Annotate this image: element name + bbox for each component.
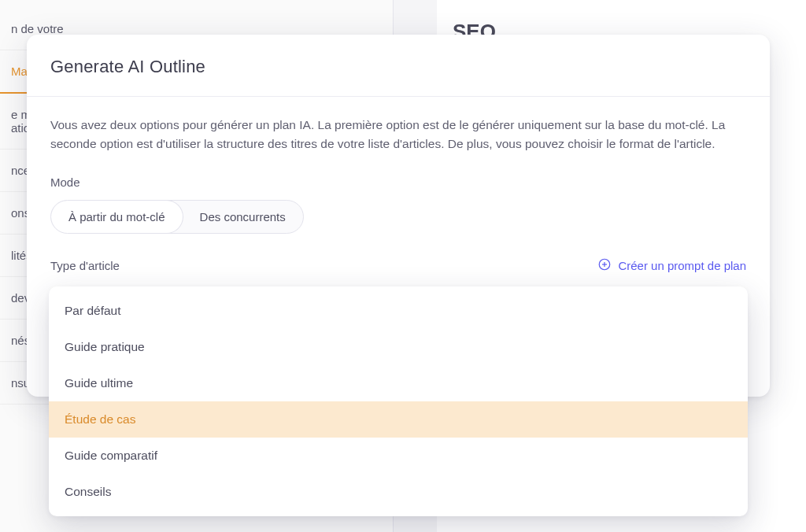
type-label: Type d'article [50,259,120,272]
article-type-option[interactable]: Étude de cas [49,401,748,438]
mode-option-competitors[interactable]: Des concurrents [183,201,303,233]
modal-title: Generate AI Outline [50,57,746,77]
mode-option-keyword[interactable]: À partir du mot-clé [51,201,183,233]
plus-circle-icon [597,257,612,274]
create-outline-prompt-link[interactable]: Créer un prompt de plan [597,257,746,274]
article-type-option[interactable]: Guide pratique [49,329,748,365]
mode-label: Mode [50,175,746,189]
modal-header: Generate AI Outline [27,35,770,97]
article-type-option[interactable]: Conseils [49,474,748,510]
article-type-dropdown: Par défautGuide pratiqueGuide ultimeÉtud… [49,286,748,516]
create-prompt-label: Créer un prompt de plan [618,259,746,272]
mode-segmented-control: À partir du mot-clé Des concurrents [50,200,304,234]
article-type-option[interactable]: Guide comparatif [49,438,748,474]
modal-description: Vous avez deux options pour générer un p… [50,116,746,153]
modal-body: Vous avez deux options pour générer un p… [27,97,770,296]
article-type-option[interactable]: Guide ultime [49,365,748,401]
article-type-option[interactable]: Par défaut [49,293,748,329]
